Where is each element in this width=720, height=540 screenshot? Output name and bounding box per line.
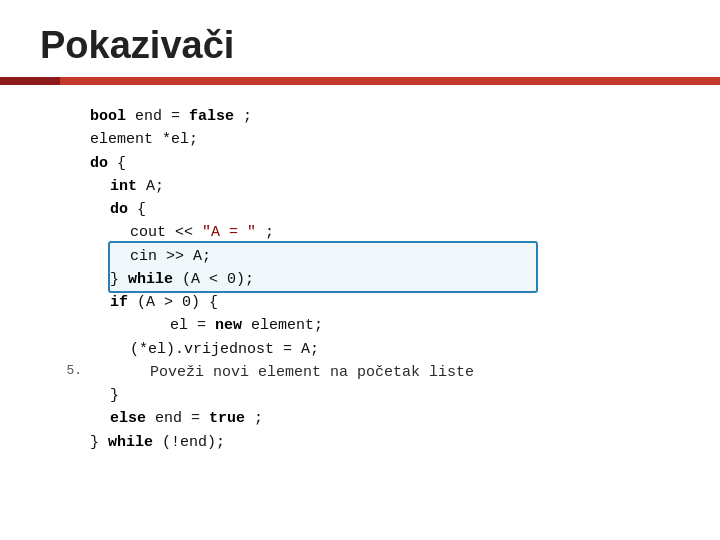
keyword-bool: bool xyxy=(90,108,126,125)
title-area: Pokazivači xyxy=(0,0,720,77)
keyword-if: if xyxy=(110,294,128,311)
keyword-else: else xyxy=(110,410,146,427)
line-content: cout << "A = " ; xyxy=(90,221,680,244)
content-area: bool end = false ; element *el; do { xyxy=(0,85,720,464)
line-content: if (A > 0) { xyxy=(90,291,680,314)
code-line: if (A > 0) { xyxy=(60,291,680,314)
keyword-while: while xyxy=(128,271,173,288)
code-line: 5. Poveži novi element na početak liste xyxy=(60,361,680,384)
code-line: } while (A < 0); xyxy=(60,268,680,291)
line-content: do { xyxy=(90,198,680,221)
keyword-new: new xyxy=(215,317,242,334)
keyword-true: true xyxy=(209,410,245,427)
keyword-do2: do xyxy=(110,201,128,218)
code-line: int A; xyxy=(60,175,680,198)
code-line: el = new element; xyxy=(60,314,680,337)
line-content: (*el).vrijednost = A; xyxy=(90,338,680,361)
line-content: cin >> A; xyxy=(90,245,680,268)
slide: Pokazivači bool end = false ; element *e… xyxy=(0,0,720,540)
code-line: } xyxy=(60,384,680,407)
code-line: do { xyxy=(60,198,680,221)
line-content: bool end = false ; xyxy=(90,105,680,128)
line-content: } while (!end); xyxy=(90,431,680,454)
line-content: } while (A < 0); xyxy=(90,268,680,291)
code-line: else end = true ; xyxy=(60,407,680,430)
line-content: el = new element; xyxy=(90,314,680,337)
keyword-while2: while xyxy=(108,434,153,451)
string-literal: "A = " xyxy=(202,224,256,241)
line-content: int A; xyxy=(90,175,680,198)
slide-title: Pokazivači xyxy=(40,24,680,67)
code-line: bool end = false ; xyxy=(60,105,680,128)
line-content: Poveži novi element na početak liste xyxy=(90,361,680,384)
title-bar xyxy=(0,77,720,85)
line-content: } xyxy=(90,384,680,407)
code-block: bool end = false ; element *el; do { xyxy=(60,105,680,454)
line-content: element *el; xyxy=(90,128,680,151)
keyword-do: do xyxy=(90,155,108,172)
code-line: do { xyxy=(60,152,680,175)
keyword-int: int xyxy=(110,178,137,195)
line-num: 5. xyxy=(60,361,90,381)
line-content: do { xyxy=(90,152,680,175)
code-line: cin >> A; xyxy=(60,245,680,268)
keyword-false: false xyxy=(189,108,234,125)
code-line: } while (!end); xyxy=(60,431,680,454)
code-line: element *el; xyxy=(60,128,680,151)
line-content: else end = true ; xyxy=(90,407,680,430)
code-line: (*el).vrijednost = A; xyxy=(60,338,680,361)
code-line: cout << "A = " ; xyxy=(60,221,680,244)
